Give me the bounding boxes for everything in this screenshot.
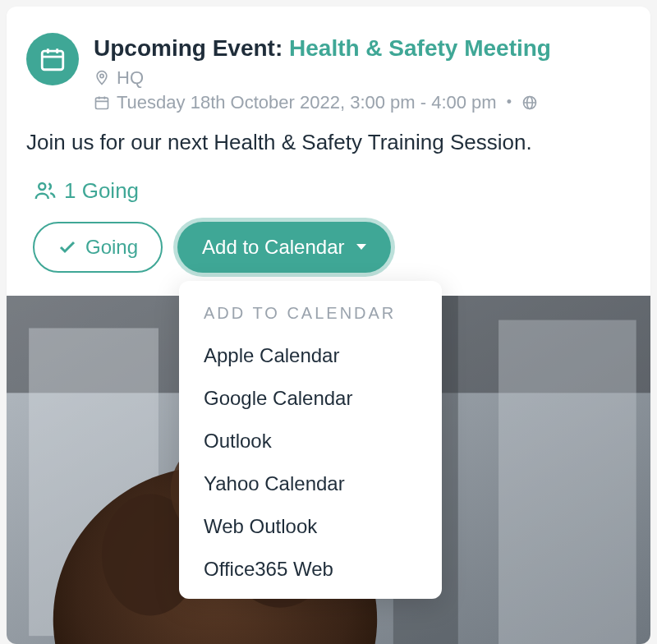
event-title-prefix: Upcoming Event: [94,35,289,61]
calendar-icon [39,45,67,73]
meta-separator-dot: • [503,94,515,111]
dropdown-item-outlook[interactable]: Outlook [179,420,442,462]
calendar-small-icon [94,94,110,111]
dropdown-header: ADD TO CALENDAR [179,299,442,334]
dropdown-item-apple[interactable]: Apple Calendar [179,334,442,377]
add-to-calendar-button[interactable]: Add to Calendar [177,222,390,273]
dropdown-item-office365[interactable]: Office365 Web [179,548,442,591]
event-location-line: HQ [94,67,631,89]
event-description: Join us for our next Health & Safety Tra… [26,128,631,157]
attendance-count-text: 1 Going [64,178,139,204]
add-to-calendar-dropdown: ADD TO CALENDAR Apple Calendar Google Ca… [179,281,442,599]
event-actions: Going Add to Calendar ADD TO CALENDAR Ap… [33,222,631,273]
globe-icon[interactable] [521,94,538,111]
svg-point-4 [100,74,103,77]
svg-rect-16 [498,320,636,644]
dropdown-item-web-outlook[interactable]: Web Outlook [179,505,442,548]
event-header: Upcoming Event: Health & Safety Meeting … [26,33,631,113]
event-location: HQ [117,67,144,89]
event-title-line: Upcoming Event: Health & Safety Meeting [94,34,631,62]
event-header-text: Upcoming Event: Health & Safety Meeting … [94,33,631,113]
svg-rect-0 [42,51,63,70]
event-datetime: Tuesday 18th October 2022, 3:00 pm - 4:0… [117,92,497,113]
add-to-calendar-label: Add to Calendar [202,236,344,259]
event-datetime-line: Tuesday 18th October 2022, 3:00 pm - 4:0… [94,92,631,113]
dropdown-item-google[interactable]: Google Calendar [179,377,442,420]
going-button[interactable]: Going [33,222,163,273]
people-icon [33,178,57,203]
attendance-count: 1 Going [33,178,631,204]
chevron-down-icon [356,244,366,250]
check-icon [57,237,77,257]
svg-point-12 [39,183,45,190]
location-pin-icon [94,70,110,86]
svg-rect-5 [96,98,108,108]
event-icon-badge [26,33,79,85]
event-title-link[interactable]: Health & Safety Meeting [289,35,551,61]
going-button-label: Going [85,236,138,259]
dropdown-item-yahoo[interactable]: Yahoo Calendar [179,462,442,505]
